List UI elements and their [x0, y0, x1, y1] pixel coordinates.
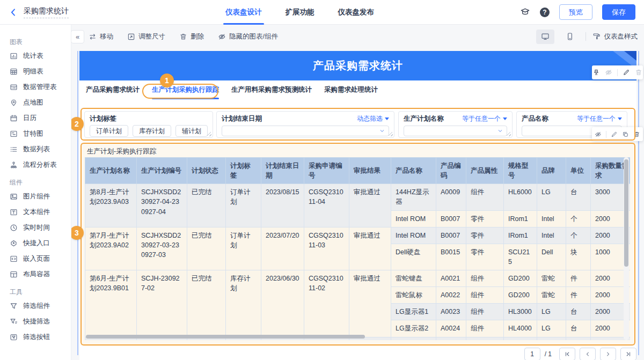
horizontal-scrollbar-thumb[interactable]	[86, 335, 365, 339]
resize-handle[interactable]	[389, 132, 393, 136]
sidebar-item-quick-filter[interactable]: 快捷筛选	[10, 314, 71, 329]
next-page-button[interactable]	[600, 348, 616, 360]
filter-card-1[interactable]: 计划标签订单计划库存计划辅计划	[84, 111, 213, 138]
last-page-button[interactable]	[620, 348, 636, 360]
first-page-button[interactable]	[559, 348, 575, 360]
column-header[interactable]: 生产计划编号	[137, 158, 187, 184]
page-total-label: / 1	[545, 350, 552, 358]
column-header[interactable]: 单位	[566, 158, 591, 184]
filter-tag-button[interactable]: 订单计划	[90, 125, 128, 137]
column-header[interactable]: 审批结果	[349, 158, 391, 184]
toolbar-move-button[interactable]: 移动	[89, 32, 113, 41]
product-cell: 组件	[466, 287, 504, 304]
product-cell: 组件	[466, 270, 504, 287]
academy-icon[interactable]	[520, 7, 530, 17]
column-header[interactable]: 规格型号	[504, 158, 537, 184]
copy-icon[interactable]	[622, 131, 629, 138]
plan-cell: CGSQ231011-02	[304, 270, 349, 337]
sidebar-item-dot-map[interactable]: 点地图	[10, 95, 71, 111]
table-row[interactable]: 第8月-生产计划2023.9A03SCJHXSDD230927-04-23092…	[85, 184, 631, 210]
sidebar-item-data-list[interactable]: 数据列表	[10, 142, 71, 157]
vertical-scrollbar-thumb[interactable]	[624, 159, 628, 267]
top-nav-item-2[interactable]: 扩展功能	[286, 0, 314, 25]
canvas: « 移动调整尺寸删除隐藏的图表/组件 仪表盘样式 产品采购需求统计 产品采购需求…	[71, 25, 644, 360]
column-header[interactable]: 计划结束日期	[261, 158, 304, 184]
trash-icon[interactable]	[633, 131, 640, 138]
sidebar-item-image[interactable]: 图片组件	[10, 189, 71, 204]
filter-select[interactable]	[222, 126, 389, 136]
plan-cell: 已完结	[187, 227, 226, 270]
filter-card-3[interactable]: 生产计划名称等于任意一个	[398, 111, 513, 138]
dashboard-tab-3[interactable]: 生产用料采购需求预测统计	[231, 80, 312, 99]
page-number-input[interactable]: 1	[524, 348, 540, 360]
table-component[interactable]: 生产计划-采购执行跟踪 生产计划名称生产计划编号计划状态计划标签计划结束日期采购…	[80, 143, 635, 346]
dashboard-style-button[interactable]: 仪表盘样式	[592, 32, 638, 41]
filter-operator-dropdown[interactable]: 动态筛选	[357, 114, 389, 123]
desktop-view-button[interactable]	[536, 30, 554, 44]
table-row[interactable]: 第7月-生产计划2023.9A02SCJHXSDD230927-03-23092…	[85, 227, 631, 244]
sidebar-item-layout[interactable]: 布局容器	[10, 267, 71, 282]
filter-operator-dropdown[interactable]: 等于任意一个	[577, 114, 622, 123]
dashboard-tab-1[interactable]: 产品采购需求统计	[86, 80, 140, 99]
product-cell: Dell	[537, 244, 566, 270]
toolbar-eye-off-button[interactable]: 隐藏的图表/组件	[218, 32, 278, 41]
column-header[interactable]: 计划状态	[187, 158, 226, 184]
data-table: 生产计划名称生产计划编号计划状态计划标签计划结束日期采购申请编号审批结果产品名称…	[85, 157, 630, 340]
sidebar-item-embed[interactable]: 嵌入页面	[10, 251, 71, 267]
table-row[interactable]: 第6月-生产计划2023.9B01SCJH-230927-02已完结库存计划20…	[85, 270, 631, 287]
column-header[interactable]: 产品编码	[436, 158, 466, 184]
column-header[interactable]: 计划标签	[226, 158, 261, 184]
sidebar-item-shortcut[interactable]: 快捷入口	[10, 236, 71, 251]
column-header[interactable]: 生产计划名称	[85, 158, 137, 184]
sidebar-item-flow-analysis[interactable]: 流程分析表	[10, 157, 71, 173]
top-nav-item-1[interactable]: 仪表盘设计	[225, 0, 262, 25]
page-title: 采购需求统计	[24, 6, 69, 18]
filter-tag-button[interactable]: 库存计划	[133, 125, 171, 137]
toolbar-trash-button[interactable]: 删除	[179, 32, 204, 41]
format-paint-icon[interactable]	[592, 69, 600, 76]
product-cell: 雷蛇鼠标	[391, 287, 436, 304]
preview-button[interactable]: 预览	[559, 4, 592, 20]
horizontal-scrollbar[interactable]	[85, 334, 624, 339]
product-cell: 台	[566, 184, 591, 210]
top-nav-item-3[interactable]: 仪表盘发布	[338, 0, 375, 25]
toolbar-resize-button[interactable]: 调整尺寸	[127, 32, 165, 41]
column-header[interactable]: 产品名称	[391, 158, 436, 184]
sidebar-item-gantt[interactable]: 甘特图	[10, 126, 71, 142]
mobile-view-button[interactable]	[561, 30, 579, 44]
column-header[interactable]: 采购申请编号	[304, 158, 349, 184]
filter-operator-dropdown[interactable]: 等于任意一个	[462, 114, 507, 123]
help-icon[interactable]: ?	[540, 8, 550, 17]
calendar-icon	[10, 114, 18, 122]
pencil-icon[interactable]	[611, 131, 618, 138]
filter-card-2[interactable]: 计划结束日期动态筛选	[216, 111, 394, 138]
sidebar-item-data-manage-table[interactable]: 数据管理表	[10, 79, 71, 95]
sidebar-item-detail-table[interactable]: 明细表	[10, 64, 71, 79]
product-cell: 个	[566, 227, 591, 244]
column-header[interactable]: 产品属性	[466, 158, 504, 184]
back-icon[interactable]	[9, 8, 18, 17]
sidebar-item-clock[interactable]: 实时时间	[10, 220, 71, 236]
sidebar-item-funnel[interactable]: 筛选组件	[10, 298, 71, 314]
sidebar-item-filter-button[interactable]: 筛选按钮	[10, 329, 71, 345]
pencil-icon[interactable]	[623, 69, 630, 76]
pag-last-icon	[625, 351, 632, 357]
filter-tag-button[interactable]: 辅计划	[175, 125, 208, 137]
trash-icon[interactable]	[635, 69, 642, 76]
sidebar-item-stat-table[interactable]: 统计表	[10, 48, 71, 64]
previous-page-button[interactable]	[580, 348, 596, 360]
sidebar-item-calendar[interactable]: 日历	[10, 111, 71, 126]
collapse-sidebar-button[interactable]: «	[71, 30, 84, 43]
dashboard-tab-4[interactable]: 采购需求处理统计	[324, 80, 378, 99]
vertical-scrollbar[interactable]	[624, 157, 629, 340]
resize-handle[interactable]	[507, 132, 511, 136]
column-header[interactable]: 品牌	[537, 158, 566, 184]
resize-handle[interactable]	[207, 132, 211, 136]
eye-off-icon[interactable]	[605, 69, 612, 76]
filter-select[interactable]	[404, 126, 507, 136]
plan-cell: 订单计划	[226, 227, 261, 270]
sidebar-item-text-comp[interactable]: 文本组件	[10, 204, 71, 220]
save-button[interactable]: 保存	[602, 4, 635, 20]
embed-icon	[10, 255, 18, 263]
eye-off-icon[interactable]	[595, 131, 602, 138]
